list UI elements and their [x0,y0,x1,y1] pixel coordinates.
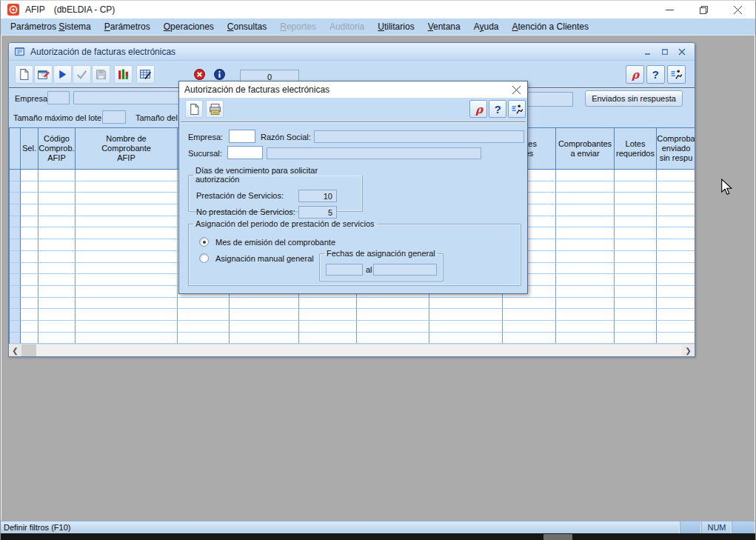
help-button[interactable]: ? [489,100,506,118]
exit-button[interactable] [508,100,526,118]
menu-ayuda[interactable]: Ayuda [467,19,506,36]
table-cell [21,251,39,263]
fecha-hasta-field[interactable] [373,264,437,276]
table-cell [21,286,39,298]
dialog-close-button[interactable] [509,83,523,96]
table-cell [21,321,39,333]
close-button[interactable] [720,1,755,19]
exit-button[interactable] [667,65,686,84]
row-indicator-cell [10,181,21,193]
filter-rho-button[interactable]: ρ [469,100,487,118]
minimize-button[interactable] [652,1,686,19]
column-header-codigo[interactable]: Código Comprob. AFIP [39,128,76,170]
edit-properties-button[interactable] [34,65,53,84]
run-button[interactable] [53,65,72,84]
svg-text:?: ? [494,103,501,115]
table-cell [556,274,615,286]
vencimiento-group: Días de vencimiento para solicitar autor… [188,166,363,212]
dialog-title-bar: Autorización de facturas electrónicas [179,81,527,98]
lote-max-field[interactable] [102,110,126,124]
menu-parametros-sistema[interactable]: Parámetros Sistema [4,19,98,36]
table-cell [39,239,76,251]
table-cell [556,216,615,228]
grid-edit-icon [139,68,152,81]
dlg-sucursal-field[interactable] [227,146,263,159]
radio-asignacion-manual[interactable] [199,253,209,263]
no-prestacion-label: No prestación de Servicios: [196,207,295,216]
no-prestacion-field[interactable] [298,206,337,219]
table-cell [76,181,178,193]
child-minimize-button[interactable] [640,46,655,59]
empresa-code-field[interactable] [47,91,70,104]
print-button[interactable] [206,100,224,118]
info-icon [213,68,226,81]
table-cell [357,321,429,333]
maximize-button[interactable] [686,1,720,19]
menu-utilitarios[interactable]: Utilitarios [371,19,421,36]
column-header-comproba[interactable]: Comproba enviado sin respu [657,128,695,170]
table-cell [21,227,39,239]
lote-max-label: Tamaño máximo del lote: [13,113,104,122]
column-header-nombre-de[interactable]: Nombre de Comprobante AFIP [76,128,178,170]
menu-consultas[interactable]: Consultas [221,19,273,36]
column-header-lotes[interactable]: Lotes requeridos [615,128,657,170]
dlg-empresa-field[interactable] [229,130,255,143]
confirm-button[interactable] [73,65,91,84]
dlg-sucursal-name-field[interactable] [267,147,481,159]
scroll-right-button[interactable]: ❯ [682,344,695,356]
fecha-desde-field[interactable] [326,264,363,276]
menu-parametros[interactable]: Parámetros [98,19,157,36]
column-header-0[interactable] [10,128,21,170]
table-cell [556,170,615,181]
table-row[interactable] [10,298,695,310]
table-cell [657,216,695,228]
table-cell [556,263,615,275]
table-cell [556,181,615,193]
column-header-sel[interactable]: Sel. [21,128,39,170]
table-cell [76,274,178,286]
table-cell [21,239,39,251]
table-cell [39,274,76,286]
dlg-razon-social-field[interactable] [314,130,524,143]
filter-rho-button[interactable]: ρ [626,65,644,84]
column-header-comprobantes[interactable]: Comprobantes a enviar [556,128,615,170]
table-cell [299,298,357,310]
table-cell [657,239,695,251]
menu-atencion-a-clientes[interactable]: Atención a Clientes [506,19,595,36]
scrollbar-thumb[interactable] [21,344,36,356]
table-cell [39,181,76,193]
row-indicator-cell [10,333,21,344]
table-cell [39,193,76,204]
table-cell [76,321,178,333]
table-cell [76,286,178,298]
help-button[interactable]: ? [646,65,665,84]
prestacion-field[interactable] [298,190,337,202]
menu-ventana[interactable]: Ventana [421,19,467,36]
table-cell [556,333,615,344]
grid-edit-button[interactable] [136,65,155,84]
pending-count-field[interactable] [521,92,573,107]
table-row[interactable] [10,333,695,344]
new-document-button[interactable] [15,65,33,84]
enviados-sin-respuesta-button[interactable]: Enviados sin respuesta [585,90,683,107]
table-cell [39,309,76,321]
window-bottom-edge [1,533,755,540]
table-cell [21,309,39,321]
table-cell [615,321,657,333]
compare-columns-button[interactable] [114,65,133,84]
radio-mes-emision[interactable] [199,237,209,247]
dialog-toolbar-separator [181,121,526,123]
child-close-button[interactable] [675,46,689,59]
save-button[interactable] [92,65,110,84]
table-row[interactable] [10,309,695,321]
new-document-button[interactable] [185,100,203,118]
horizontal-scrollbar[interactable]: ❮ ❯ [9,344,695,356]
table-row[interactable] [10,321,695,333]
table-cell [657,286,695,298]
table-cell [657,170,695,181]
child-maximize-button[interactable] [658,46,672,59]
empresa-label: Empresa: [15,94,50,103]
scroll-left-button[interactable]: ❮ [9,344,21,356]
menu-operaciones[interactable]: Operaciones [157,19,221,36]
exit-icon [511,103,523,116]
